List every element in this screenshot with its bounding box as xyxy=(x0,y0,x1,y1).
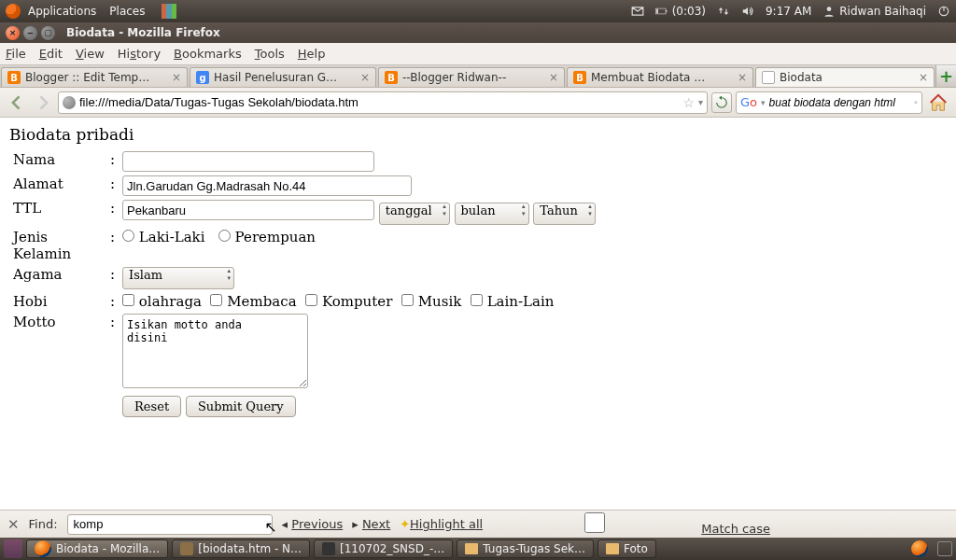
ubuntu-logo-icon[interactable] xyxy=(6,4,21,19)
globe-icon xyxy=(63,96,76,109)
menu-file[interactable]: File xyxy=(6,47,26,61)
tab-close-button[interactable]: × xyxy=(738,71,747,84)
select-tanggal[interactable]: tanggal xyxy=(379,203,450,225)
find-input[interactable] xyxy=(67,514,273,535)
url-bar[interactable]: ☆ ▾ xyxy=(58,91,708,114)
google-search-icon: Go xyxy=(740,95,757,109)
textarea-motto[interactable] xyxy=(122,314,308,388)
taskbar-item-gedit[interactable]: [biodata.htm - N… xyxy=(172,539,310,558)
mail-icon xyxy=(631,5,644,18)
video-icon xyxy=(322,542,335,555)
close-findbar-button[interactable]: ✕ xyxy=(7,516,20,533)
tab-close-button[interactable]: × xyxy=(360,71,370,84)
tab-3[interactable]: B Membuat Biodata … × xyxy=(567,67,753,87)
highlight-all-button[interactable]: ✦Highlight all xyxy=(400,517,483,531)
taskbar-item-firefox[interactable]: Biodata - Mozilla… xyxy=(26,539,168,558)
find-next-button[interactable]: ▸ Next xyxy=(352,517,390,531)
find-previous-button[interactable]: ◂ Previous xyxy=(282,517,344,531)
reset-button[interactable]: Reset xyxy=(122,396,181,417)
select-agama[interactable]: Islam xyxy=(122,267,234,289)
svg-point-5 xyxy=(914,101,916,103)
blogger-icon: B xyxy=(573,71,586,84)
page-heading: Biodata pribadi xyxy=(9,125,947,144)
window-maximize-button[interactable]: ▢ xyxy=(41,26,55,40)
radio-perempuan[interactable]: Perempuan xyxy=(218,229,316,245)
firefox-icon xyxy=(35,540,51,557)
tab-2[interactable]: B --Blogger Ridwan-- × xyxy=(378,67,565,87)
tab-4-active[interactable]: Biodata × xyxy=(755,67,935,87)
volume-indicator[interactable] xyxy=(741,5,754,18)
select-tahun[interactable]: Tahun xyxy=(533,203,596,225)
label-hobi: Hobi xyxy=(9,291,106,312)
mail-indicator[interactable] xyxy=(631,5,644,18)
battery-text: (0:03) xyxy=(672,5,706,18)
bookmark-star-icon[interactable]: ☆ xyxy=(682,95,695,110)
taskbar-item-folder1[interactable]: Tugas-Tugas Sek… xyxy=(457,539,594,558)
workspace-switcher-icon[interactable] xyxy=(162,4,176,19)
reload-button[interactable] xyxy=(711,92,732,113)
match-case-checkbox[interactable]: Match case xyxy=(492,512,770,536)
firefox-launcher-icon[interactable] xyxy=(911,540,928,557)
input-ttl-kota[interactable] xyxy=(122,200,374,220)
back-button[interactable] xyxy=(6,91,28,114)
submit-button[interactable]: Submit Query xyxy=(186,396,296,417)
menu-edit[interactable]: Edit xyxy=(39,47,63,61)
page-content: Biodata pribadi Nama : Alamat : TTL : ta… xyxy=(0,118,956,472)
check-komputer[interactable]: Komputer xyxy=(305,293,392,310)
tab-label: --Blogger Ridwan-- xyxy=(402,71,544,84)
find-bar: ✕ Find: ↖ ◂ Previous ▸ Next ✦Highlight a… xyxy=(0,510,956,538)
input-alamat[interactable] xyxy=(122,175,412,196)
menu-view[interactable]: View xyxy=(76,47,105,61)
applications-menu[interactable]: Applications xyxy=(28,5,96,18)
radio-laki[interactable]: Laki-Laki xyxy=(122,229,204,245)
tab-0[interactable]: B Blogger :: Edit Temp… × xyxy=(1,67,188,87)
select-bulan[interactable]: bulan xyxy=(455,203,529,225)
battery-indicator[interactable]: (0:03) xyxy=(655,5,706,18)
taskbar-item-video[interactable]: [110702_SNSD_-… xyxy=(314,539,453,558)
check-olahraga[interactable]: olahraga xyxy=(122,293,202,310)
check-lain[interactable]: Lain-Lain xyxy=(471,293,555,310)
power-menu[interactable] xyxy=(937,5,950,18)
svg-rect-1 xyxy=(666,10,667,12)
search-icon[interactable] xyxy=(914,96,918,109)
clock[interactable]: 9:17 AM xyxy=(766,5,811,18)
trash-icon[interactable] xyxy=(937,541,952,556)
blogger-icon: B xyxy=(7,71,21,84)
label-agama: Agama xyxy=(9,264,106,291)
menu-help[interactable]: Help xyxy=(298,47,326,61)
window-close-button[interactable]: × xyxy=(6,26,20,40)
tab-1[interactable]: g Hasil Penelusuran G… × xyxy=(190,67,376,87)
tab-close-button[interactable]: × xyxy=(549,71,558,84)
menu-tools[interactable]: Tools xyxy=(255,47,285,61)
user-menu[interactable]: Ridwan Baihaqi xyxy=(822,5,926,18)
arrow-left-icon xyxy=(7,93,26,112)
dropdown-icon[interactable]: ▾ xyxy=(761,98,766,107)
show-desktop-button[interactable] xyxy=(4,539,22,558)
tab-close-button[interactable]: × xyxy=(919,71,928,84)
bottom-taskbar: Biodata - Mozilla… [biodata.htm - N… [11… xyxy=(0,538,956,560)
places-menu[interactable]: Places xyxy=(109,5,145,18)
power-icon xyxy=(937,5,950,18)
taskbar-item-folder2[interactable]: Foto xyxy=(598,539,656,558)
new-tab-button[interactable]: + xyxy=(935,65,956,87)
check-musik[interactable]: Musik xyxy=(401,293,461,310)
menu-bookmarks[interactable]: Bookmarks xyxy=(174,47,242,61)
menu-history[interactable]: History xyxy=(118,47,161,61)
page-icon xyxy=(762,71,775,84)
input-nama[interactable] xyxy=(122,151,374,172)
url-input[interactable] xyxy=(79,95,679,109)
tab-close-button[interactable]: × xyxy=(172,71,181,84)
window-titlebar[interactable]: × ‒ ▢ Biodata - Mozilla Firefox xyxy=(0,22,956,43)
mouse-cursor-icon: ↖ xyxy=(265,518,277,536)
network-indicator[interactable] xyxy=(717,5,730,18)
tab-label: Hasil Penelusuran G… xyxy=(214,71,356,84)
gedit-icon xyxy=(180,542,193,555)
find-label: Find: xyxy=(29,517,58,531)
search-bar[interactable]: Go ▾ xyxy=(736,91,922,114)
window-minimize-button[interactable]: ‒ xyxy=(23,26,37,40)
search-input[interactable] xyxy=(769,96,910,109)
user-icon xyxy=(822,5,836,18)
home-button[interactable] xyxy=(926,91,950,115)
check-membaca[interactable]: Membaca xyxy=(210,293,296,310)
dropdown-icon[interactable]: ▾ xyxy=(698,97,703,107)
